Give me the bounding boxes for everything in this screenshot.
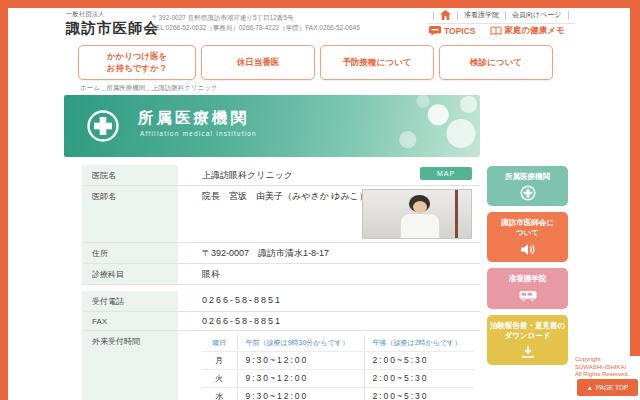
sidebar-item-label: 諏訪市医師会に ついて xyxy=(489,218,566,238)
members-page-link[interactable]: 会員向けページ xyxy=(512,10,562,20)
nav-screening-button[interactable]: 検診について xyxy=(439,45,553,80)
bus-icon xyxy=(489,288,566,304)
sidebar-item-label: 准看護学院 xyxy=(489,274,566,284)
page-title: 所属医療機関 xyxy=(138,108,249,129)
home-icon xyxy=(440,10,451,20)
copyright: Copyright SUWASHI-ISHIKAI All Rights Res… xyxy=(575,356,629,379)
main-nav: かかりつけ医を お持ちですか？ 休日当番医 予防接種について 検診について xyxy=(78,45,553,80)
header-address: 〒392-0027 長野県諏訪市湖岸通り5丁目12番5号 TEL:0266-52… xyxy=(152,13,360,34)
topics-label: TOPICS xyxy=(444,26,476,36)
contact-line: TEL:0266-52-0632（事務局）0266-78-4222（学院）FAX… xyxy=(152,23,360,33)
clinic-info: 医院名 上諏訪眼科クリニック MAP 医師名 院長 宮坂 由美子（みやさか ゆみ… xyxy=(82,165,480,400)
home-link[interactable] xyxy=(440,10,451,20)
table-row: 医院名 上諏訪眼科クリニック MAP xyxy=(82,165,480,186)
speech-bubble-icon xyxy=(429,26,441,36)
page-subtitle: Affiliation medical institution xyxy=(140,130,257,137)
divider xyxy=(568,11,569,20)
memo-book-icon xyxy=(490,26,502,36)
department-value: 眼科 xyxy=(178,264,480,285)
speaker-icon xyxy=(489,241,566,257)
sidebar-item-label: 所属医療機関 xyxy=(489,172,566,182)
table-row: 外来受付時間 曜日 午前（診療は9時30分からです） 午後（診療は2時からです）… xyxy=(82,331,480,400)
department-label: 診療科目 xyxy=(82,264,178,285)
tel-label: 受付電話 xyxy=(82,291,178,312)
sidebar-item-affiliated-institutions[interactable]: 所属医療機関 xyxy=(487,166,568,206)
tel-value: 0266-58-8851 xyxy=(178,291,480,312)
schedule-table: 曜日 午前（診療は9時30分からです） 午後（診療は2時からです） 月 9:30… xyxy=(202,335,474,400)
divider xyxy=(505,11,506,20)
clinic-table-bottom: 受付電話 0266-58-8851 FAX 0266-58-8851 外来受付時… xyxy=(82,291,480,400)
section-banner: 所属医療機関 Affiliation medical institution xyxy=(64,95,480,157)
up-arrow-icon: ▲ xyxy=(587,385,593,391)
frame-left xyxy=(0,0,8,400)
sidebar-item-nursing-school[interactable]: 准看護学院 xyxy=(487,268,568,308)
schedule-row-wed: 水 9:30~12:00 2:00~5:30 xyxy=(202,388,474,400)
address-label: 住所 xyxy=(82,243,178,264)
site-logo[interactable]: 一般社団法人 諏訪市医師会 xyxy=(66,10,159,38)
sidebar-item-documents-download[interactable]: 治験報告書・意見書の ダウンロード xyxy=(487,315,568,365)
am-time: 9:30~12:00 xyxy=(246,373,309,383)
table-row: 住所 〒392-0007 諏訪市清水1-8-17 xyxy=(82,243,480,264)
doctor-label: 医師名 xyxy=(82,186,178,243)
org-name: 諏訪市医師会 xyxy=(66,19,159,38)
address-value: 〒392-0007 諏訪市清水1-8-17 xyxy=(178,243,480,264)
nav-holiday-duty-button[interactable]: 休日当番医 xyxy=(201,45,315,80)
sidebar: 所属医療機関 諏訪市医師会に ついて 准看護学院 xyxy=(487,166,568,365)
am-time: 9:30~12:00 xyxy=(246,355,309,365)
col-day-header: 曜日 xyxy=(202,335,237,352)
pm-time: 2:00~5:30 xyxy=(373,373,429,383)
table-row: 診療科目 眼科 xyxy=(82,264,480,285)
address-line: 〒392-0027 長野県諏訪市湖岸通り5丁目12番5号 xyxy=(152,13,360,23)
divider xyxy=(433,11,434,20)
hours-label: 外来受付時間 xyxy=(82,331,178,400)
nav-family-doctor-button[interactable]: かかりつけ医を お持ちですか？ xyxy=(78,45,196,80)
medical-cross-icon xyxy=(86,109,120,143)
topics-link[interactable]: TOPICS xyxy=(429,26,476,36)
page: 一般社団法人 諏訪市医師会 〒392-0027 長野県諏訪市湖岸通り5丁目12番… xyxy=(0,0,640,400)
col-am-header: 午前（診療は9時30分からです） xyxy=(237,335,364,352)
fax-value: 0266-58-8851 xyxy=(178,312,480,331)
pm-time: 2:00~5:30 xyxy=(373,391,429,400)
sidebar-item-about-association[interactable]: 諏訪市医師会に ついて xyxy=(487,212,568,262)
breadcrumb[interactable]: ホーム＿所属医療機関＿上諏訪眼科クリニック xyxy=(80,84,218,93)
table-row: 医師名 院長 宮坂 由美子（みやさか ゆみこ） 昭和51年卒 xyxy=(82,186,480,243)
health-memo-label: 家庭の健康メモ xyxy=(505,25,565,37)
fax-label: FAX xyxy=(82,312,178,331)
schedule-row-mon: 月 9:30~12:00 2:00~5:30 xyxy=(202,352,474,370)
nav-vaccination-button[interactable]: 予防接種について xyxy=(320,45,434,80)
header-topics-row: TOPICS 家庭の健康メモ xyxy=(429,25,565,37)
table-row: FAX 0266-58-8851 xyxy=(82,312,480,331)
clinic-name-label: 医院名 xyxy=(82,165,178,186)
frame-right xyxy=(630,0,640,356)
download-icon xyxy=(489,344,566,360)
page-top-button[interactable]: ▲ PAGE TOP xyxy=(577,379,638,396)
doctor-photo xyxy=(362,189,472,239)
header-utility-links: 准看護学院 会員向けページ xyxy=(427,9,575,24)
col-pm-header: 午後（診療は2時からです） xyxy=(364,335,474,352)
table-row: 受付電話 0266-58-8851 xyxy=(82,291,480,312)
schedule-row-tue: 火 9:30~12:00 2:00~5:30 xyxy=(202,370,474,388)
schedule-header-row: 曜日 午前（診療は9時30分からです） 午後（診療は2時からです） xyxy=(202,335,474,352)
pm-time: 2:00~5:30 xyxy=(373,355,429,365)
map-button[interactable]: MAP xyxy=(420,167,472,180)
page-top-label: PAGE TOP xyxy=(596,384,629,391)
nursing-school-link[interactable]: 准看護学院 xyxy=(464,10,499,20)
health-memo-link[interactable]: 家庭の健康メモ xyxy=(490,25,565,37)
clinic-name-value: 上諏訪眼科クリニック xyxy=(202,170,293,180)
divider xyxy=(457,11,458,20)
clinic-table-top: 医院名 上諏訪眼科クリニック MAP 医師名 院長 宮坂 由美子（みやさか ゆみ… xyxy=(82,165,480,285)
cross-circle-icon xyxy=(489,185,566,201)
sidebar-item-label: 治験報告書・意見書の ダウンロード xyxy=(489,321,566,341)
org-type-label: 一般社団法人 xyxy=(66,10,159,19)
am-time: 9:30~12:00 xyxy=(246,391,309,400)
frame-top xyxy=(0,0,640,8)
